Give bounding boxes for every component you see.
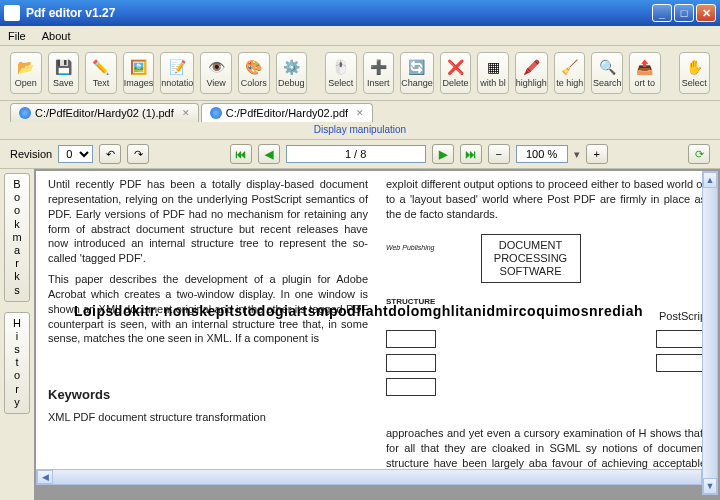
export-button[interactable]: 📤ort to bbox=[629, 52, 661, 94]
save-button[interactable]: 💾Save bbox=[48, 52, 80, 94]
colors-button[interactable]: 🎨Colors bbox=[238, 52, 270, 94]
hand-icon: ✋ bbox=[684, 58, 704, 76]
scrollbar-horizontal[interactable]: ◀ ▶ bbox=[36, 469, 718, 485]
doc-paragraph: approaches and yet even a cursory examin… bbox=[386, 426, 706, 469]
last-page-button[interactable]: ⏭ bbox=[460, 144, 482, 164]
select2-button[interactable]: ✋Select bbox=[679, 52, 711, 94]
delete-button[interactable]: ❌Delete bbox=[440, 52, 472, 94]
minimize-button[interactable]: _ bbox=[652, 4, 672, 22]
tab-document-2[interactable]: C:/PdfEditor/Hardy02.pdf✕ bbox=[201, 103, 373, 122]
undo-button[interactable]: ↶ bbox=[99, 144, 121, 164]
change-icon: 🔄 bbox=[407, 58, 427, 76]
diagram-box: DOCUMENTPROCESSINGSOFTWARE bbox=[481, 234, 581, 284]
cursor-icon: 🖱️ bbox=[331, 58, 351, 76]
keywords-text: XML PDF document structure transformatio… bbox=[48, 410, 368, 425]
gear-icon: ⚙️ bbox=[281, 58, 301, 76]
search-button[interactable]: 🔍Search bbox=[591, 52, 623, 94]
highlight-button[interactable]: 🖍️highligh bbox=[515, 52, 548, 94]
debug-button[interactable]: ⚙️Debug bbox=[276, 52, 308, 94]
dehighlight-button[interactable]: 🧹te high bbox=[554, 52, 586, 94]
disk-icon: 💾 bbox=[53, 58, 73, 76]
pencil-icon: ✏️ bbox=[91, 58, 111, 76]
prev-page-button[interactable]: ◀ bbox=[258, 144, 280, 164]
diagram-label: Web Publishing bbox=[386, 244, 435, 251]
tab-close-icon[interactable]: ✕ bbox=[182, 108, 190, 118]
eye-icon: 👁️ bbox=[206, 58, 226, 76]
doc-paragraph: Until recently PDF has been a totally di… bbox=[48, 177, 368, 266]
close-button[interactable]: ✕ bbox=[696, 4, 716, 22]
tab-close-icon[interactable]: ✕ bbox=[356, 108, 364, 118]
doc-paragraph: exploit different output options to proc… bbox=[386, 177, 706, 222]
reload-button[interactable]: ⟳ bbox=[688, 144, 710, 164]
pdf-icon bbox=[19, 107, 31, 119]
revision-select[interactable]: 0 bbox=[58, 145, 93, 163]
next-page-button[interactable]: ▶ bbox=[432, 144, 454, 164]
sidebar-bookmarks[interactable]: Bookmarks bbox=[4, 173, 30, 302]
annotation-button[interactable]: 📝nnotatio bbox=[160, 52, 194, 94]
tab-bar: C:/PdfEditor/Hardy02 (1).pdf✕ C:/PdfEdit… bbox=[0, 101, 720, 122]
app-icon bbox=[4, 5, 20, 21]
diagram-boxes bbox=[386, 330, 706, 396]
select-button[interactable]: 🖱️Select bbox=[325, 52, 357, 94]
tab-document-1[interactable]: C:/PdfEditor/Hardy02 (1).pdf✕ bbox=[10, 103, 199, 122]
document-viewport: Until recently PDF has been a totally di… bbox=[34, 169, 720, 500]
window-title: Pdf editor v1.27 bbox=[26, 6, 652, 20]
image-icon: 🖼️ bbox=[129, 58, 149, 76]
hint-text: Display manipulation bbox=[0, 122, 720, 139]
page-input[interactable] bbox=[286, 145, 426, 163]
scroll-down-icon[interactable]: ▼ bbox=[703, 478, 717, 494]
zoom-in-button[interactable]: + bbox=[586, 144, 608, 164]
first-page-button[interactable]: ⏮ bbox=[230, 144, 252, 164]
scrollbar-vertical[interactable]: ▲ ▼ bbox=[702, 171, 718, 495]
open-button[interactable]: 📂Open bbox=[10, 52, 42, 94]
change-button[interactable]: 🔄Change bbox=[400, 52, 434, 94]
insert-icon: ➕ bbox=[368, 58, 388, 76]
text-button[interactable]: ✏️Text bbox=[85, 52, 117, 94]
insert-button[interactable]: ➕Insert bbox=[363, 52, 395, 94]
titlebar: Pdf editor v1.27 _ □ ✕ bbox=[0, 0, 720, 26]
images-button[interactable]: 🖼️Images bbox=[123, 52, 155, 94]
sidebar-history[interactable]: History bbox=[4, 312, 30, 414]
sidebar: Bookmarks History bbox=[0, 169, 34, 500]
zoom-out-button[interactable]: − bbox=[488, 144, 510, 164]
block-icon: ▦ bbox=[483, 58, 503, 76]
eraser-icon: 🧹 bbox=[560, 58, 580, 76]
menubar: File About bbox=[0, 26, 720, 46]
export-icon: 📤 bbox=[635, 58, 655, 76]
delete-icon: ❌ bbox=[445, 58, 465, 76]
zoom-input[interactable] bbox=[516, 145, 568, 163]
document-page: Until recently PDF has been a totally di… bbox=[36, 171, 718, 469]
redo-button[interactable]: ↷ bbox=[127, 144, 149, 164]
palette-icon: 🎨 bbox=[244, 58, 264, 76]
nav-bar: Revision 0 ↶ ↷ ⏮ ◀ ▶ ⏭ − ▾ + ⟳ bbox=[0, 139, 720, 169]
revision-label: Revision bbox=[10, 148, 52, 160]
search-icon: 🔍 bbox=[597, 58, 617, 76]
toolbar: 📂Open 💾Save ✏️Text 🖼️Images 📝nnotatio 👁️… bbox=[0, 46, 720, 101]
menu-file[interactable]: File bbox=[8, 30, 26, 42]
withbl-button[interactable]: ▦with bl bbox=[477, 52, 509, 94]
keywords-heading: Keywords bbox=[48, 386, 368, 404]
note-icon: 📝 bbox=[167, 58, 187, 76]
folder-icon: 📂 bbox=[16, 58, 36, 76]
view-button[interactable]: 👁️View bbox=[200, 52, 232, 94]
pdf-icon bbox=[210, 107, 222, 119]
scroll-left-icon[interactable]: ◀ bbox=[37, 470, 53, 484]
scroll-up-icon[interactable]: ▲ bbox=[703, 172, 717, 188]
highlighter-icon: 🖍️ bbox=[521, 58, 541, 76]
overlay-text: Loipsdokitr. nonskepitstodogiartsmpodfla… bbox=[74, 303, 700, 319]
menu-about[interactable]: About bbox=[42, 30, 71, 42]
dropdown-icon[interactable]: ▾ bbox=[574, 148, 580, 161]
maximize-button[interactable]: □ bbox=[674, 4, 694, 22]
